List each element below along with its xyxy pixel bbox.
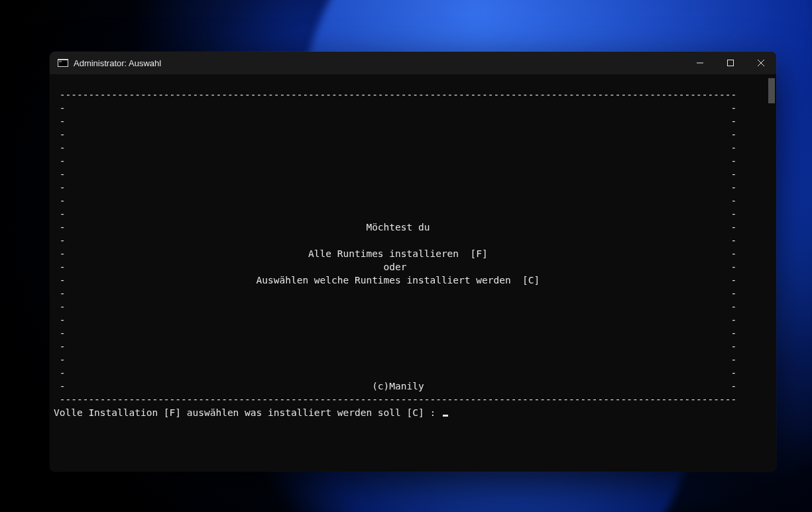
input-cursor — [443, 415, 448, 417]
svg-rect-1 — [58, 60, 68, 66]
close-button[interactable] — [746, 52, 776, 74]
desktop-wallpaper: Administrator: Auswahl -----------------… — [0, 0, 812, 512]
minimize-button[interactable] — [685, 52, 715, 74]
cmd-icon — [58, 58, 68, 68]
terminal-window: Administrator: Auswahl -----------------… — [50, 52, 776, 472]
window-title: Administrator: Auswahl — [74, 58, 161, 68]
scrollbar-thumb[interactable] — [768, 78, 775, 103]
titlebar[interactable]: Administrator: Auswahl — [50, 52, 776, 74]
terminal-output[interactable]: ----------------------------------------… — [50, 84, 767, 462]
maximize-button[interactable] — [715, 52, 746, 74]
svg-rect-2 — [59, 62, 62, 62]
scrollbar-track[interactable] — [767, 74, 776, 472]
svg-rect-3 — [728, 60, 734, 66]
